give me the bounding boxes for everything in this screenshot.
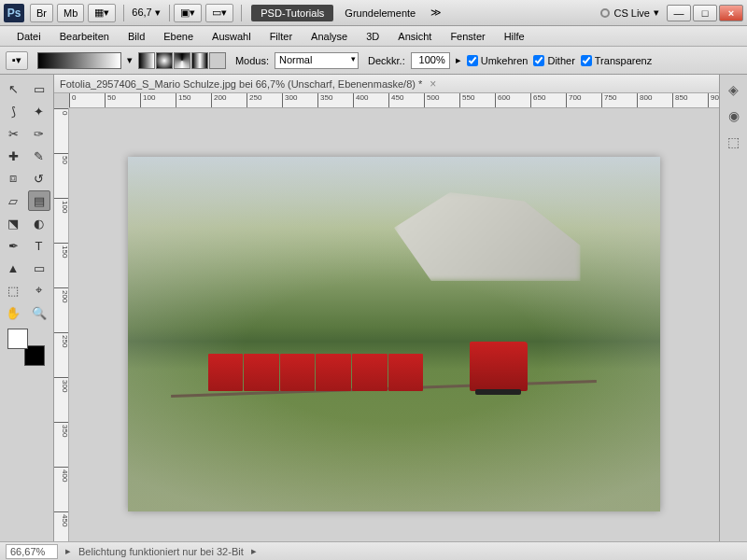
mode-label: Modus: [235, 55, 269, 66]
linear-gradient-button[interactable] [138, 52, 155, 69]
menu-bild[interactable]: Bild [119, 28, 154, 45]
3d-tool[interactable]: ⬚ [2, 280, 24, 301]
menu-3d[interactable]: 3D [357, 28, 388, 45]
menu-ebene[interactable]: Ebene [154, 28, 203, 45]
type-tool[interactable]: T [28, 235, 50, 256]
path-sel-tool[interactable]: ▲ [2, 258, 24, 278]
move-tool[interactable]: ↖ [2, 78, 24, 99]
transparency-checkbox[interactable]: Transparenz [581, 55, 652, 66]
opacity-input[interactable]: 100% [411, 52, 450, 69]
close-tab-icon[interactable]: × [430, 77, 436, 91]
channels-icon[interactable]: ◉ [725, 106, 743, 125]
menu-datei[interactable]: Datei [7, 28, 50, 45]
canvas[interactable] [69, 108, 719, 560]
status-zoom[interactable]: 66,67% [6, 544, 58, 559]
workspace-sub[interactable]: Grundelemente [335, 5, 425, 21]
status-message: Belichtung funktioniert nur bei 32-Bit [78, 546, 244, 557]
lasso-tool[interactable]: ⟆ [2, 101, 24, 121]
close-button[interactable]: × [719, 5, 743, 21]
dither-checkbox[interactable]: Dither [533, 55, 574, 66]
color-swatches[interactable] [7, 329, 45, 366]
toolbox: ↖▭⟆✦✂✑✚✎⧈↺▱▤⬔◐✒T▲▭⬚⌖✋🔍 [0, 75, 54, 560]
gradient-tool[interactable]: ▤ [28, 190, 50, 211]
history-tool[interactable]: ↺ [28, 168, 50, 189]
blur-tool[interactable]: ⬔ [2, 213, 24, 233]
zoom-tool[interactable]: 🔍 [28, 302, 50, 323]
menu-bar: DateiBearbeitenBildEbeneAuswahlFilterAna… [0, 26, 747, 47]
radial-gradient-button[interactable] [156, 52, 173, 69]
options-bar: ▪▾ ▾ Modus: Normal Deckkr.: 100%▸ Umkehr… [0, 47, 747, 75]
document-image [128, 157, 660, 511]
cslive-button[interactable]: CS Live ▾ [600, 7, 659, 19]
mode-select[interactable]: Normal [275, 52, 359, 69]
menu-fenster[interactable]: Fenster [441, 28, 494, 45]
view-extras-button[interactable]: ▦▾ [88, 4, 116, 22]
marquee-tool[interactable]: ▭ [28, 78, 50, 99]
opacity-label: Deckkr.: [368, 55, 405, 66]
layers-icon[interactable]: ◈ [725, 80, 743, 99]
status-nav-icon[interactable]: ▸ [65, 545, 71, 557]
arrange-button[interactable]: ▣▾ [174, 4, 202, 22]
dodge-tool[interactable]: ◐ [28, 213, 50, 233]
tool-preset-button[interactable]: ▪▾ [6, 51, 28, 70]
reverse-checkbox[interactable]: Umkehren [467, 55, 529, 66]
title-bar: Ps Br Mb ▦▾ 66,7 ▾ ▣▾ ▭▾ PSD-Tutorials G… [0, 0, 747, 26]
stamp-tool[interactable]: ⧈ [2, 168, 24, 189]
right-dock: ◈ ◉ ⬚ [719, 75, 747, 560]
minibridge-button[interactable]: Mb [57, 4, 84, 22]
menu-auswahl[interactable]: Auswahl [203, 28, 261, 45]
menu-ansicht[interactable]: Ansicht [388, 28, 441, 45]
status-bar: 66,67% ▸ Belichtung funktioniert nur bei… [0, 541, 747, 560]
wand-tool[interactable]: ✦ [28, 101, 50, 121]
screen-mode-button[interactable]: ▭▾ [205, 4, 233, 22]
eraser-tool[interactable]: ▱ [2, 190, 24, 211]
menu-bearbeiten[interactable]: Bearbeiten [50, 28, 119, 45]
ruler-horizontal[interactable]: 0501001502002503003504004505005506006507… [69, 93, 719, 108]
menu-analyse[interactable]: Analyse [302, 28, 357, 45]
gradient-preview[interactable] [37, 52, 121, 69]
foreground-swatch[interactable] [7, 329, 28, 349]
eyedropper-tool[interactable]: ✑ [28, 123, 50, 144]
gradient-type-group [138, 52, 226, 69]
hand-tool[interactable]: ✋ [2, 302, 24, 323]
heal-tool[interactable]: ✚ [2, 146, 24, 166]
reflected-gradient-button[interactable] [191, 52, 208, 69]
workspace-selector[interactable]: PSD-Tutorials [251, 5, 333, 21]
angle-gradient-button[interactable] [174, 52, 190, 69]
shape-tool[interactable]: ▭ [28, 258, 50, 278]
document-tab[interactable]: Fotolia_2957406_S_Mario Schulze.jpg bei … [54, 75, 719, 93]
diamond-gradient-button[interactable] [209, 52, 226, 69]
minimize-button[interactable]: — [667, 5, 691, 21]
bridge-button[interactable]: Br [30, 4, 53, 22]
maximize-button[interactable]: □ [693, 5, 717, 21]
app-logo: Ps [4, 4, 24, 22]
crop-tool[interactable]: ✂ [2, 123, 24, 144]
brush-tool[interactable]: ✎ [28, 146, 50, 166]
zoom-level[interactable]: 66,7 ▾ [128, 5, 165, 21]
menu-filter[interactable]: Filter [261, 28, 302, 45]
document-title: Fotolia_2957406_S_Mario Schulze.jpg bei … [60, 78, 422, 90]
menu-hilfe[interactable]: Hilfe [495, 28, 534, 45]
paths-icon[interactable]: ⬚ [725, 133, 743, 151]
3dcam-tool[interactable]: ⌖ [28, 280, 50, 301]
pen-tool[interactable]: ✒ [2, 235, 24, 256]
more-icon[interactable]: ≫ [430, 7, 442, 19]
ruler-vertical[interactable]: 050100150200250300350400450 [54, 108, 69, 560]
status-more-icon[interactable]: ▸ [251, 545, 257, 557]
